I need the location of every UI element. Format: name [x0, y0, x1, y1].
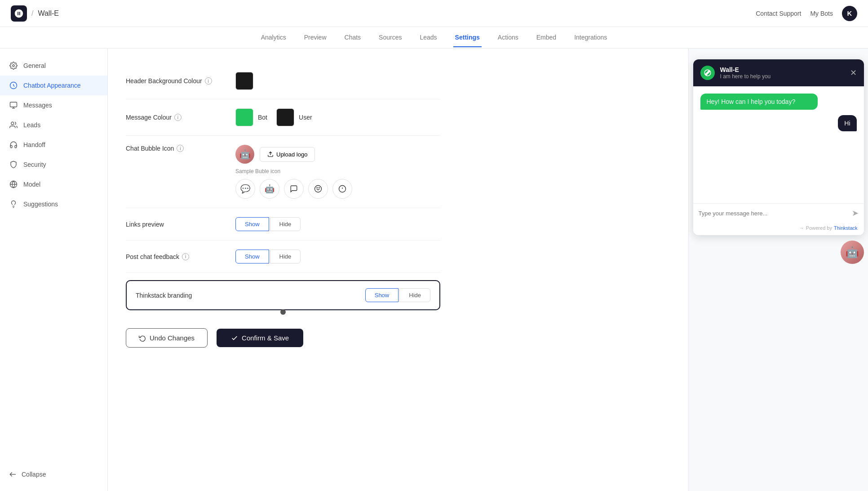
- bubble-icon-option-2[interactable]: 🤖: [260, 179, 279, 199]
- sidebar-label-security: Security: [23, 161, 46, 168]
- bubble-icon-section: 🤖 Upload logo Sample Buble icon 💬 🤖: [235, 145, 352, 199]
- message-colour-info[interactable]: i: [174, 114, 182, 121]
- send-icon[interactable]: ➤: [852, 208, 859, 218]
- post-chat-feedback-row: Post chat feedback i Show Hide: [126, 241, 440, 273]
- bot-colour-swatch[interactable]: [235, 108, 253, 126]
- svg-point-13: [319, 187, 320, 188]
- tab-embed[interactable]: Embed: [535, 28, 558, 47]
- bubble-icon-option-5[interactable]: [332, 179, 352, 199]
- chat-bubble-float: 🤖: [693, 241, 864, 264]
- message-colour-label: Message Colour i: [126, 114, 225, 121]
- links-preview-hide-button[interactable]: Hide: [270, 217, 301, 231]
- tab-analytics[interactable]: Analytics: [259, 28, 288, 47]
- svg-point-5: [11, 122, 14, 125]
- chat-bot-subtitle: I am here to help you: [720, 73, 771, 80]
- svg-point-0: [13, 65, 15, 67]
- sidebar-item-leads[interactable]: Leads: [0, 115, 107, 135]
- user-message: Hi: [838, 115, 856, 131]
- post-chat-feedback-show-button[interactable]: Show: [235, 250, 269, 263]
- user-colour-item: User: [276, 108, 312, 126]
- sidebar-label-suggestions: Suggestions: [23, 201, 58, 208]
- chat-logo: [700, 66, 715, 80]
- my-bots-link[interactable]: My Bots: [810, 10, 833, 17]
- sidebar-item-messages[interactable]: Messages: [0, 95, 107, 115]
- links-preview-show-button[interactable]: Show: [235, 217, 269, 231]
- chat-input-row: ➤: [693, 203, 864, 223]
- sidebar-item-general[interactable]: General: [0, 56, 107, 76]
- chat-messages: Hey! How can I help you today? Hi: [693, 86, 864, 203]
- sidebar-label-leads: Leads: [23, 121, 40, 129]
- svg-point-12: [317, 187, 318, 188]
- chat-bubble-icon-row: Chat Bubble Icon i 🤖 Upload logo Sample …: [126, 136, 440, 208]
- bubble-icon-option-4[interactable]: [308, 179, 328, 199]
- post-chat-feedback-toggle: Show Hide: [235, 250, 301, 263]
- confirm-save-button[interactable]: Confirm & Save: [217, 329, 303, 347]
- upload-logo-button[interactable]: Upload logo: [260, 147, 315, 162]
- powered-by-arrow: →: [799, 225, 804, 231]
- app-logo[interactable]: [11, 5, 27, 22]
- sidebar-label-handoff: Handoff: [23, 141, 45, 148]
- user-colour-swatch[interactable]: [276, 108, 294, 126]
- post-chat-feedback-hide-button[interactable]: Hide: [270, 250, 301, 263]
- sidebar-label-general: General: [23, 62, 46, 69]
- undo-label: Undo Changes: [150, 334, 195, 342]
- message-colour-row: Message Colour i Bot User: [126, 99, 440, 136]
- confirm-label: Confirm & Save: [242, 334, 289, 342]
- sidebar-item-suggestions[interactable]: Suggestions: [0, 194, 107, 214]
- header-bg-colour-swatch[interactable]: [235, 72, 253, 90]
- users-icon: [9, 121, 18, 129]
- chat-input[interactable]: [699, 210, 852, 217]
- links-preview-label: Links preview: [126, 221, 225, 228]
- sidebar-nav: General Chatbot Appearance Messages Lead…: [0, 56, 107, 214]
- chat-bubble-float-button[interactable]: 🤖: [841, 241, 864, 264]
- bubble-icon-option-1[interactable]: 💬: [235, 179, 255, 199]
- chat-bubble-info[interactable]: i: [177, 145, 184, 152]
- icon-options: 💬 🤖: [235, 179, 352, 199]
- header-bg-colour-info[interactable]: i: [205, 77, 212, 85]
- sample-bubble-label: Sample Buble icon: [235, 168, 352, 174]
- thinkstack-branding-show-button[interactable]: Show: [365, 288, 399, 302]
- slider-indicator: [280, 309, 286, 315]
- topbar: / Wall-E Contact Support My Bots K: [0, 0, 868, 27]
- palette-icon: [9, 81, 18, 90]
- tab-actions[interactable]: Actions: [496, 28, 520, 47]
- lightbulb-icon: [9, 200, 18, 209]
- chat-header-info: Wall-E I am here to help you: [720, 66, 771, 80]
- powered-by-text: Powered by: [806, 225, 832, 231]
- tab-leads[interactable]: Leads: [418, 28, 438, 47]
- bot-colour-item: Bot: [235, 108, 267, 126]
- post-chat-feedback-info[interactable]: i: [182, 253, 189, 260]
- chat-close-button[interactable]: ✕: [850, 68, 857, 78]
- chat-header: Wall-E I am here to help you ✕: [693, 59, 864, 86]
- sidebar-item-model[interactable]: Model: [0, 174, 107, 194]
- branding-slider: [280, 309, 286, 315]
- globe-icon: [9, 180, 18, 189]
- tab-chats[interactable]: Chats: [343, 28, 363, 47]
- sidebar: General Chatbot Appearance Messages Lead…: [0, 49, 108, 491]
- bot-message: Hey! How can I help you today?: [700, 94, 818, 110]
- collapse-button[interactable]: Collapse: [9, 470, 98, 478]
- main-content: Header Background Colour i Message Colou…: [108, 49, 688, 491]
- bubble-icon-option-3[interactable]: [284, 179, 304, 199]
- contact-support-link[interactable]: Contact Support: [756, 10, 801, 17]
- bubble-icon-preview: 🤖: [235, 145, 254, 164]
- tab-preview[interactable]: Preview: [302, 28, 328, 47]
- thinkstack-branding-toggle: Show Hide: [365, 288, 430, 302]
- tab-integrations[interactable]: Integrations: [572, 28, 609, 47]
- sidebar-item-chatbot-appearance[interactable]: Chatbot Appearance: [0, 76, 107, 95]
- user-avatar[interactable]: K: [842, 6, 857, 21]
- sidebar-item-handoff[interactable]: Handoff: [0, 135, 107, 155]
- topbar-right: Contact Support My Bots K: [756, 6, 857, 21]
- undo-changes-button[interactable]: Undo Changes: [126, 328, 208, 348]
- thinkstack-branding-hide-button[interactable]: Hide: [399, 288, 430, 302]
- sidebar-bottom: Collapse: [0, 465, 107, 484]
- app-title: Wall-E: [38, 9, 59, 18]
- bubble-icon-upload: 🤖 Upload logo: [235, 145, 352, 164]
- links-preview-row: Links preview Show Hide: [126, 208, 440, 241]
- shield-icon: [9, 160, 18, 169]
- sidebar-item-security[interactable]: Security: [0, 155, 107, 174]
- gear-icon: [9, 61, 18, 70]
- tab-settings[interactable]: Settings: [453, 28, 482, 47]
- svg-rect-2: [10, 102, 17, 107]
- tab-sources[interactable]: Sources: [377, 28, 403, 47]
